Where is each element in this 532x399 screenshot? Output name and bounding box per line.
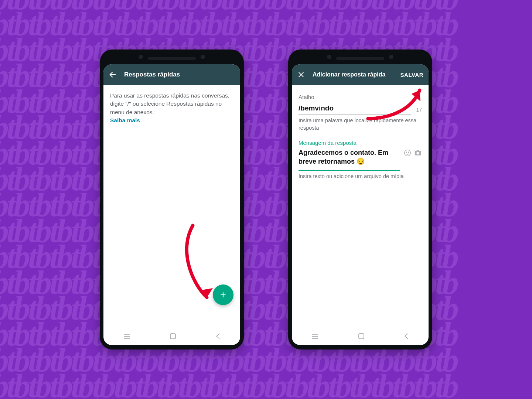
svg-rect-5 [170,334,175,339]
nav-recents-icon[interactable] [311,333,319,341]
appbar-right: Adicionar resposta rápida SALVAR [292,64,429,85]
message-label: Mensagem da resposta [299,139,422,147]
message-hint: Insira texto ou adicione um arquivo de m… [299,173,422,180]
message-input[interactable]: Agradecemos o contato. Em breve retornam… [299,148,400,166]
android-navbar-right [292,329,429,345]
svg-rect-15 [359,334,364,339]
page-title-left: Respostas rápidas [124,71,180,78]
emoji-icon[interactable] [403,149,412,159]
add-fab[interactable]: + [213,284,233,305]
body-right: Atalho /bemvindo 17 Insira uma palavra q… [292,85,429,329]
nav-home-icon[interactable] [358,333,365,341]
shortcut-field: Atalho /bemvindo 17 Insira uma palavra q… [299,93,422,132]
shortcut-counter: 17 [416,106,422,113]
close-button[interactable] [297,71,305,79]
back-button[interactable] [109,71,117,79]
svg-marker-1 [200,288,213,297]
shortcut-input[interactable]: /bemvindo [299,102,411,115]
save-button[interactable]: SALVAR [400,72,423,78]
stage: tbtbtbtbtbtbtbtbtbtbtbtbtbtbtbtbtbtbtbtb… [0,0,532,399]
camera-icon[interactable] [414,149,422,159]
shortcut-label: Atalho [299,93,422,101]
phone-left: Respostas rápidas Para usar as respostas… [100,50,244,349]
message-field: Mensagem da resposta Agradecemos o conta… [299,139,422,180]
close-icon [297,71,305,78]
shortcut-hint: Insira uma palavra que localize rapidame… [299,117,422,132]
nav-back-icon[interactable] [215,333,221,341]
plus-icon: + [220,287,226,303]
appbar-left: Respostas rápidas [103,64,240,85]
helper-text: Para usar as respostas rápidas nas conve… [110,92,233,116]
screen-right: Adicionar resposta rápida SALVAR Atalho … [292,64,429,345]
page-title-right: Adicionar resposta rápida [313,71,385,78]
nav-back-icon[interactable] [404,333,409,341]
screen-left: Respostas rápidas Para usar as respostas… [103,64,240,345]
body-left: Para usar as respostas rápidas nas conve… [103,85,240,329]
back-arrow-icon [109,71,117,79]
android-navbar-left [103,329,240,345]
svg-point-10 [408,152,409,153]
svg-point-9 [406,152,407,153]
phone-right: Adicionar resposta rápida SALVAR Atalho … [288,50,432,349]
nav-home-icon[interactable] [170,333,176,341]
svg-point-8 [405,150,411,156]
nav-recents-icon[interactable] [123,333,130,341]
learn-more-link[interactable]: Saiba mais [110,116,233,125]
